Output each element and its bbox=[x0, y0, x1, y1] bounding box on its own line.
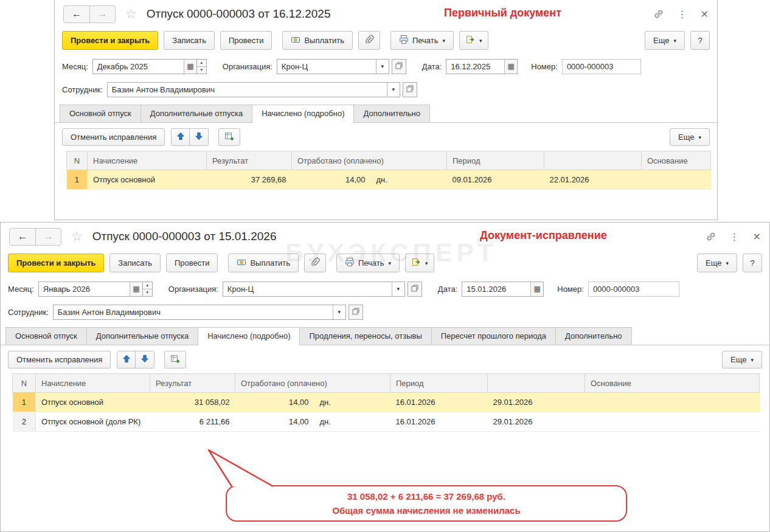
move-down-button[interactable] bbox=[190, 128, 209, 146]
link-icon[interactable] bbox=[706, 231, 716, 242]
month-stepper[interactable]: ▴ ▾ bbox=[143, 282, 153, 297]
cell-unit[interactable]: дн. bbox=[314, 412, 390, 432]
favorite-star-icon[interactable]: ☆ bbox=[71, 229, 83, 244]
post-and-close-button[interactable]: Провести и закрыть bbox=[62, 31, 158, 50]
col-n[interactable]: N bbox=[13, 374, 36, 393]
col-period[interactable]: Период bbox=[390, 374, 488, 393]
table-more-button[interactable]: Еще ▾ bbox=[670, 128, 710, 146]
table-row[interactable]: 1 Отпуск основной 37 269,68 14,00 дн. 09… bbox=[67, 170, 711, 190]
month-input[interactable]: Декабрь 2025 ▦ bbox=[92, 59, 197, 74]
print-button[interactable]: Печать ▾ bbox=[390, 31, 454, 50]
cell-unit[interactable]: дн. bbox=[314, 393, 390, 412]
more-button[interactable]: Еще ▾ bbox=[697, 254, 737, 272]
pay-button[interactable]: Выплатить bbox=[228, 254, 299, 272]
chevron-down-icon[interactable]: ▾ bbox=[387, 83, 400, 97]
close-icon[interactable]: ✕ bbox=[753, 231, 761, 243]
calendar-icon[interactable]: ▦ bbox=[530, 282, 543, 296]
help-button[interactable]: ? bbox=[690, 31, 710, 50]
cell-accrual[interactable]: Отпуск основной bbox=[36, 393, 150, 412]
write-button[interactable]: Записать bbox=[109, 254, 161, 272]
cell-worked[interactable]: 14,00 bbox=[235, 393, 314, 412]
add-row-button[interactable] bbox=[218, 128, 240, 146]
tab-extensions-transfers[interactable]: Продления, переносы, отзывы bbox=[299, 327, 431, 345]
cell-period-end[interactable]: 29.01.2026 bbox=[488, 412, 585, 432]
move-up-button[interactable] bbox=[117, 351, 136, 368]
add-row-button[interactable] bbox=[164, 351, 186, 368]
tab-main-vacation[interactable]: Основной отпуск bbox=[60, 105, 141, 122]
calendar-icon[interactable]: ▦ bbox=[184, 60, 196, 74]
cell-accrual[interactable]: Отпуск основной bbox=[88, 170, 207, 190]
number-input[interactable]: 0000-000003 bbox=[562, 59, 641, 74]
table-row[interactable]: 2 Отпуск основной (доля РК) 6 211,66 14,… bbox=[13, 412, 760, 432]
back-button[interactable]: ← bbox=[10, 229, 35, 245]
employee-combo[interactable]: Базин Антон Владимирович ▾ bbox=[53, 305, 346, 320]
col-worked[interactable]: Отработано (оплачено) bbox=[235, 374, 390, 393]
col-basis[interactable]: Основание bbox=[642, 151, 711, 170]
post-button[interactable]: Провести bbox=[220, 31, 272, 50]
date-input[interactable]: 15.01.2026 ▦ bbox=[462, 282, 544, 297]
cell-n[interactable]: 1 bbox=[13, 393, 36, 412]
col-accrual[interactable]: Начисление bbox=[88, 151, 207, 170]
cell-basis[interactable] bbox=[642, 170, 711, 190]
close-icon[interactable]: ✕ bbox=[701, 9, 709, 20]
tab-accrued-detail[interactable]: Начислено (подробно) bbox=[198, 327, 300, 345]
month-stepper[interactable]: ▴ ▾ bbox=[197, 59, 207, 74]
post-and-close-button[interactable]: Провести и закрыть bbox=[8, 254, 104, 272]
cell-accrual[interactable]: Отпуск основной (доля РК) bbox=[36, 412, 150, 432]
cell-period-end[interactable]: 22.01.2026 bbox=[544, 170, 642, 190]
tab-accrued-detail[interactable]: Начислено (подробно) bbox=[252, 105, 354, 123]
col-basis[interactable]: Основание bbox=[585, 374, 760, 393]
cell-unit[interactable]: дн. bbox=[371, 170, 447, 190]
cell-period-start[interactable]: 09.01.2026 bbox=[447, 170, 544, 190]
more-button[interactable]: Еще ▾ bbox=[645, 31, 685, 50]
post-button[interactable]: Провести bbox=[166, 254, 218, 272]
table-more-button[interactable]: Еще ▾ bbox=[722, 351, 762, 368]
back-button[interactable]: ← bbox=[64, 6, 89, 22]
employee-open-button[interactable] bbox=[403, 82, 417, 97]
tab-additional-vacations[interactable]: Дополнительные отпуска bbox=[86, 327, 199, 345]
number-input[interactable]: 0000-000003 bbox=[588, 282, 679, 297]
forward-button[interactable]: → bbox=[35, 229, 61, 245]
write-button[interactable]: Записать bbox=[164, 31, 215, 50]
cell-basis[interactable] bbox=[585, 412, 760, 432]
col-accrual[interactable]: Начисление bbox=[36, 374, 150, 393]
create-based-on-button[interactable]: ▾ bbox=[405, 254, 434, 272]
organization-open-button[interactable] bbox=[392, 59, 406, 74]
tab-additional-vacations[interactable]: Дополнительные отпуска bbox=[140, 105, 253, 122]
organization-combo[interactable]: Крон-Ц ▾ bbox=[223, 282, 405, 297]
attachment-button[interactable] bbox=[358, 31, 380, 50]
cell-basis[interactable] bbox=[585, 393, 760, 412]
cell-period-end[interactable]: 29.01.2026 bbox=[488, 393, 585, 412]
chevron-down-icon[interactable]: ▾ bbox=[376, 60, 389, 74]
tab-main-vacation[interactable]: Основной отпуск bbox=[5, 327, 87, 345]
col-result[interactable]: Результат bbox=[207, 151, 292, 170]
col-worked[interactable]: Отработано (оплачено) bbox=[292, 151, 447, 170]
col-period[interactable]: Период bbox=[447, 151, 544, 170]
col-period-end[interactable] bbox=[544, 151, 642, 170]
col-n[interactable]: N bbox=[67, 151, 88, 170]
cell-worked[interactable]: 14,00 bbox=[292, 170, 371, 190]
tab-additional[interactable]: Дополнительно bbox=[353, 105, 430, 122]
month-input[interactable]: Январь 2026 ▦ bbox=[38, 282, 143, 297]
col-period-end[interactable] bbox=[488, 374, 585, 393]
link-icon[interactable] bbox=[653, 9, 664, 19]
employee-open-button[interactable] bbox=[349, 305, 363, 320]
employee-combo[interactable]: Базин Антон Владимирович ▾ bbox=[107, 82, 400, 97]
print-button[interactable]: Печать ▾ bbox=[336, 254, 400, 272]
calendar-icon[interactable]: ▦ bbox=[130, 282, 142, 296]
move-down-button[interactable] bbox=[136, 351, 154, 368]
tab-recalc-previous-period[interactable]: Пересчет прошлого периода bbox=[431, 327, 556, 345]
cell-worked[interactable]: 14,00 bbox=[235, 412, 314, 432]
cell-result[interactable]: 37 269,68 bbox=[207, 170, 292, 190]
menu-dots-icon[interactable]: ⋮ bbox=[678, 9, 687, 20]
cell-period-start[interactable]: 16.01.2026 bbox=[390, 393, 488, 412]
menu-dots-icon[interactable]: ⋮ bbox=[730, 231, 740, 243]
cell-result[interactable]: 31 058,02 bbox=[150, 393, 235, 412]
cell-result[interactable]: 6 211,66 bbox=[150, 412, 235, 432]
undo-corrections-button[interactable]: Отменить исправления bbox=[62, 128, 165, 146]
undo-corrections-button[interactable]: Отменить исправления bbox=[8, 351, 111, 368]
table-row[interactable]: 1 Отпуск основной 31 058,02 14,00 дн. 16… bbox=[13, 393, 760, 412]
calendar-icon[interactable]: ▦ bbox=[504, 60, 517, 74]
attachment-button[interactable] bbox=[304, 254, 326, 272]
help-button[interactable]: ? bbox=[743, 254, 762, 272]
